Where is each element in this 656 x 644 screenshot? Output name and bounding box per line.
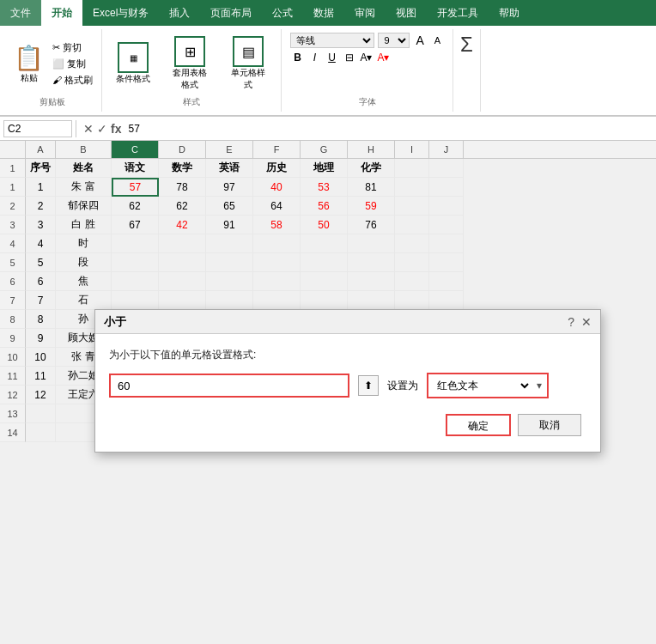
- col-header-b[interactable]: B: [56, 141, 112, 158]
- cell-e-5[interactable]: [206, 253, 253, 272]
- cancel-formula-icon[interactable]: ✕: [83, 122, 94, 136]
- cell-a-7[interactable]: 7: [26, 291, 56, 310]
- cell-h-5[interactable]: [348, 253, 395, 272]
- cell-g-2[interactable]: 56: [301, 197, 348, 216]
- col-header-h[interactable]: H: [348, 141, 395, 158]
- cell-d-1[interactable]: 78: [159, 178, 206, 197]
- cut-button[interactable]: ✂ 剪切: [51, 40, 94, 55]
- sigma-icon[interactable]: Σ: [460, 33, 473, 57]
- cell-a-1[interactable]: 1: [26, 178, 56, 197]
- dialog-help-icon[interactable]: ?: [568, 315, 574, 329]
- cell-c-3[interactable]: 67: [112, 216, 159, 234]
- cell-j-5[interactable]: [429, 253, 464, 272]
- cell-d-5[interactable]: [159, 253, 206, 272]
- cell-d1[interactable]: 数学: [159, 159, 206, 178]
- cell-h1[interactable]: 化学: [348, 159, 395, 178]
- cell-c-4[interactable]: [112, 234, 159, 253]
- fill-color-button[interactable]: A▾: [359, 50, 374, 65]
- cell-d-2[interactable]: 62: [159, 197, 206, 216]
- cell-e-2[interactable]: 65: [206, 197, 253, 216]
- cell-h-3[interactable]: 76: [348, 216, 395, 234]
- cell-a-4[interactable]: 4: [26, 234, 56, 253]
- dialog-select-arrow[interactable]: ▾: [531, 380, 547, 392]
- cell-g1[interactable]: 地理: [301, 159, 348, 178]
- cell-a-11[interactable]: 11: [26, 367, 56, 386]
- col-header-f[interactable]: F: [253, 141, 301, 158]
- dialog-confirm-button[interactable]: 确定: [446, 414, 511, 436]
- cell-d-6[interactable]: [159, 272, 206, 291]
- cell-e-3[interactable]: 91: [206, 216, 253, 234]
- cell-f-2[interactable]: 64: [253, 197, 301, 216]
- tab-data[interactable]: 数据: [303, 0, 344, 26]
- tab-excel-finance[interactable]: Excel与财务: [82, 0, 159, 26]
- cell-h-2[interactable]: 59: [348, 197, 395, 216]
- cell-i1[interactable]: [395, 159, 429, 178]
- cell-a-9[interactable]: 9: [26, 329, 56, 348]
- cell-e-6[interactable]: [206, 272, 253, 291]
- cell-f-6[interactable]: [253, 272, 301, 291]
- cell-g-5[interactable]: [301, 253, 348, 272]
- row-num-12[interactable]: 12: [0, 386, 26, 404]
- cell-j-7[interactable]: [429, 291, 464, 310]
- conditional-format-button[interactable]: ▦ 条件格式: [109, 39, 157, 88]
- cell-a1[interactable]: 序号: [26, 159, 56, 178]
- cell-g-6[interactable]: [301, 272, 348, 291]
- col-header-a[interactable]: A: [26, 141, 56, 158]
- row-num-10[interactable]: 10: [0, 348, 26, 367]
- tab-view[interactable]: 视图: [386, 0, 427, 26]
- col-header-g[interactable]: G: [301, 141, 348, 158]
- dialog-close-icon[interactable]: ✕: [581, 315, 592, 329]
- cell-i-5[interactable]: [395, 253, 429, 272]
- cell-h-7[interactable]: [348, 291, 395, 310]
- cell-a-10[interactable]: 10: [26, 348, 56, 367]
- cell-c-7[interactable]: [112, 291, 159, 310]
- cell-j-4[interactable]: [429, 234, 464, 253]
- row-num-7[interactable]: 7: [0, 291, 26, 310]
- cell-i-2[interactable]: [395, 197, 429, 216]
- cell-e-4[interactable]: [206, 234, 253, 253]
- col-header-e[interactable]: E: [206, 141, 253, 158]
- cell-j-3[interactable]: [429, 216, 464, 234]
- cell-g-3[interactable]: 50: [301, 216, 348, 234]
- cell-j-6[interactable]: [429, 272, 464, 291]
- cell-b-3[interactable]: 白 胜: [56, 216, 112, 234]
- cell-f1[interactable]: 历史: [253, 159, 301, 178]
- cell-h-6[interactable]: [348, 272, 395, 291]
- cell-i-7[interactable]: [395, 291, 429, 310]
- col-header-j[interactable]: J: [429, 141, 464, 158]
- cell-d-7[interactable]: [159, 291, 206, 310]
- cell-i-1[interactable]: [395, 178, 429, 197]
- row-num-6[interactable]: 6: [0, 272, 26, 291]
- cell-c-5[interactable]: [112, 253, 159, 272]
- cell-b-6[interactable]: 焦: [56, 272, 112, 291]
- col-header-c[interactable]: C: [112, 141, 159, 158]
- cell-e-7[interactable]: [206, 291, 253, 310]
- cell-b-7[interactable]: 石: [56, 291, 112, 310]
- cell-a-13[interactable]: [26, 404, 56, 423]
- cell-f-5[interactable]: [253, 253, 301, 272]
- dialog-value-input[interactable]: [109, 374, 349, 398]
- cell-ref[interactable]: C2: [3, 120, 72, 137]
- cell-b-4[interactable]: 时: [56, 234, 112, 253]
- row-num-3[interactable]: 3: [0, 216, 26, 234]
- cell-f-3[interactable]: 58: [253, 216, 301, 234]
- row-num-1[interactable]: 1: [0, 178, 26, 197]
- cell-i-4[interactable]: [395, 234, 429, 253]
- cell-i-6[interactable]: [395, 272, 429, 291]
- confirm-formula-icon[interactable]: ✓: [97, 122, 107, 136]
- dialog-format-select[interactable]: 红色文本: [428, 374, 531, 397]
- border-button[interactable]: ⊟: [342, 50, 357, 65]
- row-num-13[interactable]: 13: [0, 404, 26, 423]
- italic-button[interactable]: I: [307, 50, 323, 65]
- tab-file[interactable]: 文件: [0, 0, 41, 26]
- cell-j1[interactable]: [429, 159, 464, 178]
- tab-formula[interactable]: 公式: [262, 0, 303, 26]
- cell-c1[interactable]: 语文: [112, 159, 159, 178]
- cell-b-1[interactable]: 朱 富: [56, 178, 112, 197]
- row-num-4[interactable]: 4: [0, 234, 26, 253]
- cell-a-5[interactable]: 5: [26, 253, 56, 272]
- cell-e-1[interactable]: 97: [206, 178, 253, 197]
- cell-g-7[interactable]: [301, 291, 348, 310]
- cell-b-5[interactable]: 段: [56, 253, 112, 272]
- cell-c-6[interactable]: [112, 272, 159, 291]
